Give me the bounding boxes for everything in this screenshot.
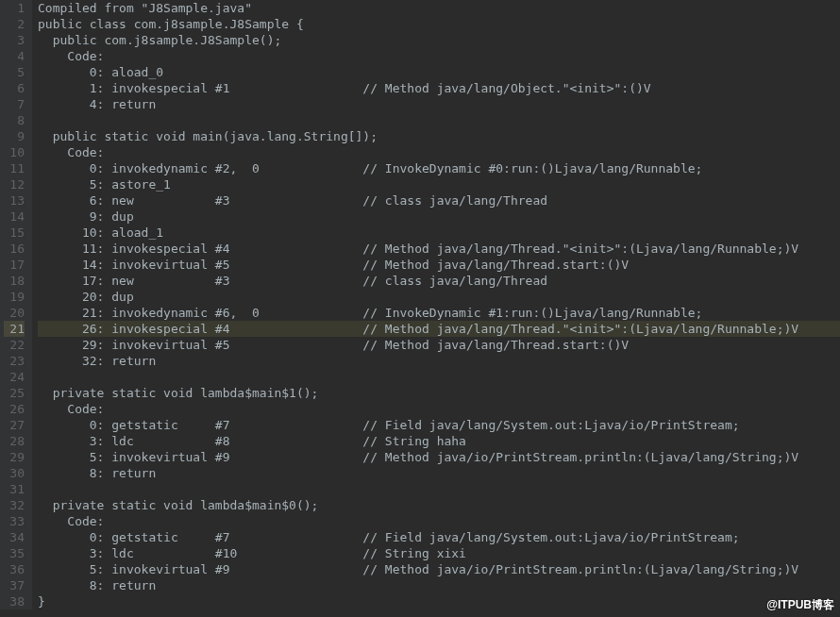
code-editor: 1234567891011121314151617181920212223242… — [0, 0, 840, 609]
code-line: 0: invokedynamic #2, 0 // InvokeDynamic … — [38, 160, 840, 176]
code-line: 0: getstatic #7 // Field java/lang/Syste… — [38, 529, 840, 545]
line-number: 23 — [4, 353, 25, 369]
code-line: Code: — [38, 401, 840, 417]
line-number: 38 — [4, 593, 25, 609]
code-line: 11: invokespecial #4 // Method java/lang… — [38, 241, 840, 257]
code-line: 1: invokespecial #1 // Method java/lang/… — [38, 80, 840, 96]
code-line: 3: ldc #8 // String haha — [38, 433, 840, 449]
code-line: Compiled from "J8Sample.java" — [38, 0, 840, 16]
line-number: 9 — [4, 128, 25, 144]
line-number: 17 — [4, 257, 25, 273]
line-number: 19 — [4, 289, 25, 305]
code-line: public static void main(java.lang.String… — [38, 128, 840, 144]
line-number: 22 — [4, 337, 25, 353]
line-number: 3 — [4, 32, 25, 48]
code-line: 21: invokedynamic #6, 0 // InvokeDynamic… — [38, 305, 840, 321]
code-line: 3: ldc #10 // String xixi — [38, 545, 840, 561]
line-number: 27 — [4, 417, 25, 433]
code-line: 0: getstatic #7 // Field java/lang/Syste… — [38, 417, 840, 433]
line-number: 13 — [4, 192, 25, 208]
line-number: 5 — [4, 64, 25, 80]
code-line: 20: dup — [38, 289, 840, 305]
line-number-gutter: 1234567891011121314151617181920212223242… — [0, 0, 32, 609]
line-number: 6 — [4, 80, 25, 96]
line-number: 14 — [4, 208, 25, 225]
line-number: 24 — [4, 369, 25, 385]
code-area: Compiled from "J8Sample.java"public clas… — [32, 0, 840, 609]
line-number: 12 — [4, 176, 25, 192]
code-line: 5: invokevirtual #9 // Method java/io/Pr… — [38, 449, 840, 465]
watermark: @ITPUB博客 — [766, 597, 834, 613]
code-line: public com.j8sample.J8Sample(); — [38, 32, 840, 48]
code-line: 5: invokevirtual #9 // Method java/io/Pr… — [38, 561, 840, 577]
line-number: 30 — [4, 465, 25, 481]
line-number: 28 — [4, 433, 25, 449]
code-line: Code: — [38, 144, 840, 160]
line-number: 1 — [4, 0, 25, 16]
code-line: Code: — [38, 513, 840, 529]
code-line: Code: — [38, 48, 840, 64]
code-line: 8: return — [38, 577, 840, 593]
line-number: 16 — [4, 241, 25, 257]
code-line: 29: invokevirtual #5 // Method java/lang… — [38, 337, 840, 353]
line-number: 29 — [4, 449, 25, 465]
code-line: 4: return — [38, 96, 840, 112]
line-number: 26 — [4, 401, 25, 417]
line-number: 37 — [4, 577, 25, 593]
line-number: 8 — [4, 112, 25, 128]
line-number: 18 — [4, 273, 25, 289]
code-line — [38, 369, 840, 385]
line-number: 4 — [4, 48, 25, 64]
code-line: 5: astore_1 — [38, 176, 840, 192]
code-line: 26: invokespecial #4 // Method java/lang… — [38, 321, 840, 337]
line-number: 36 — [4, 561, 25, 577]
line-number: 31 — [4, 481, 25, 497]
code-line: 14: invokevirtual #5 // Method java/lang… — [38, 257, 840, 273]
code-line — [38, 481, 840, 497]
code-line: 8: return — [38, 465, 840, 481]
line-number: 32 — [4, 497, 25, 513]
code-line: 0: aload_0 — [38, 64, 840, 80]
code-line — [38, 112, 840, 128]
code-line: 32: return — [38, 353, 840, 369]
code-line: public class com.j8sample.J8Sample { — [38, 16, 840, 32]
line-number: 21 — [4, 321, 25, 337]
code-line: private static void lambda$main$1(); — [38, 385, 840, 401]
code-line: 10: aload_1 — [38, 225, 840, 241]
line-number: 20 — [4, 305, 25, 321]
line-number: 2 — [4, 16, 25, 32]
code-line: 6: new #3 // class java/lang/Thread — [38, 192, 840, 208]
line-number: 10 — [4, 144, 25, 160]
line-number: 34 — [4, 529, 25, 545]
code-line: } — [38, 593, 840, 609]
line-number: 15 — [4, 225, 25, 241]
line-number: 35 — [4, 545, 25, 561]
code-line: private static void lambda$main$0(); — [38, 497, 840, 513]
line-number: 33 — [4, 513, 25, 529]
line-number: 25 — [4, 385, 25, 401]
line-number: 11 — [4, 160, 25, 176]
line-number: 7 — [4, 96, 25, 112]
code-line: 9: dup — [38, 208, 840, 225]
code-line: 17: new #3 // class java/lang/Thread — [38, 273, 840, 289]
